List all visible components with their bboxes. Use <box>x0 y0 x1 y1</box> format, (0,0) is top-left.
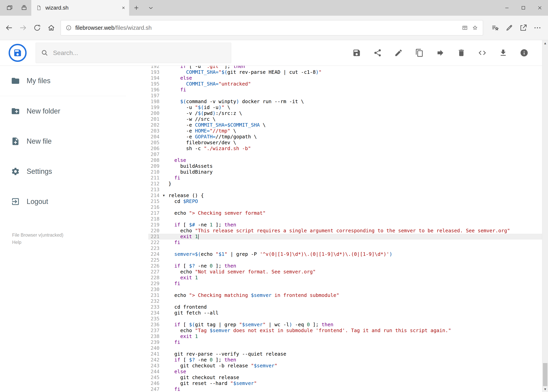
code-line[interactable]: 236 if [ $(git tag | grep "$semver" | wc… <box>148 322 542 328</box>
code-line[interactable]: 246 git reset --hard "$semver" <box>148 380 542 386</box>
code-line[interactable]: 217 echo "> Checking semver format" <box>148 210 542 216</box>
code-line[interactable]: 226 if [ $? -ne 0 ]; then <box>148 263 542 269</box>
code-line[interactable]: 205 filebrowser/dev \ <box>148 140 542 146</box>
code-line[interactable]: 228 exit 1 <box>148 275 542 281</box>
code-line[interactable]: 213 <box>148 187 542 193</box>
code-line[interactable]: 198 $(command -v winpty) docker run --rm… <box>148 99 542 105</box>
code-line[interactable]: 223 <box>148 245 542 251</box>
code-line[interactable]: 199 -u "$(id -u)" \ <box>148 105 542 110</box>
code-line[interactable]: 233 cd frontend <box>148 304 542 310</box>
code-line[interactable]: 197 <box>148 93 542 99</box>
sidebar-item-new-folder[interactable]: New folder <box>0 96 126 126</box>
site-info-icon[interactable] <box>64 25 74 31</box>
code-line[interactable]: 242 if [ $? -ne 0 ]; then <box>148 357 542 363</box>
code-line[interactable]: 245 git checkout release <box>148 375 542 380</box>
code-line[interactable]: 230 <box>148 287 542 292</box>
code-line[interactable]: 241 git rev-parse --verify --quiet relea… <box>148 351 542 357</box>
code-line[interactable]: 214▾release () { <box>148 193 542 198</box>
web-note-button[interactable] <box>502 16 516 40</box>
reading-view-icon[interactable] <box>460 25 470 31</box>
code-line[interactable]: 216 <box>148 204 542 210</box>
code-line[interactable]: 195 COMMIT_SHA="untracked" <box>148 81 542 87</box>
set-tabs-aside-button[interactable] <box>2 0 17 16</box>
code-line[interactable]: 224 semver=$(echo "$1" | grep -P '^v(0|[… <box>148 251 542 257</box>
scroll-up-arrow[interactable]: ▲ <box>542 40 548 46</box>
code-line[interactable]: 222 fi <box>148 239 542 245</box>
refresh-button[interactable] <box>30 16 44 40</box>
share-button[interactable] <box>516 16 530 40</box>
code-line[interactable]: 206 sh -c "./wizard.sh -b" <box>148 146 542 152</box>
add-favorite-star-icon[interactable] <box>470 25 480 31</box>
search-box[interactable] <box>36 43 231 63</box>
fold-marker-icon[interactable]: ▾ <box>163 192 165 198</box>
code-line[interactable]: 218 <box>148 216 542 222</box>
tab-preview-chevron-button[interactable] <box>144 0 158 16</box>
code-line[interactable]: 231 echo "> Checking matching $semver in… <box>148 292 542 298</box>
info-button[interactable] <box>520 49 528 57</box>
filebrowser-logo[interactable] <box>9 44 27 62</box>
code-line[interactable]: 215 cd $REPO <box>148 198 542 204</box>
code-line[interactable]: 238 exit 1 <box>148 334 542 339</box>
code-line[interactable]: 219 if [ $# -ne 1 ]; then <box>148 222 542 228</box>
code-editor[interactable]: 192 if [ -d ".git" ]; then193 COMMIT_SHA… <box>148 66 542 392</box>
code-line[interactable]: 194 else <box>148 75 542 81</box>
code-line[interactable]: 240 <box>148 345 542 351</box>
sidebar-item-new-file[interactable]: New file <box>0 126 126 156</box>
code-line[interactable]: 201 -w //src \ <box>148 116 542 122</box>
search-input[interactable] <box>53 49 226 57</box>
sidebar-item-logout[interactable]: Logout <box>0 187 126 217</box>
code-line[interactable]: 239 fi <box>148 339 542 345</box>
share-file-button[interactable] <box>373 49 382 57</box>
code-line[interactable]: 247 fi <box>148 386 542 392</box>
code-line[interactable]: 227 echo "Not valid semver format. See s… <box>148 269 542 275</box>
code-line[interactable]: 192 if [ -d ".git" ]; then <box>148 66 542 69</box>
sidebar-item-settings[interactable]: Settings <box>0 156 126 187</box>
code-line[interactable]: 210 buildBinary <box>148 169 542 175</box>
sidebar-item-my-files[interactable]: My files <box>0 66 126 96</box>
move-button[interactable] <box>436 49 445 57</box>
code-line[interactable]: 203 -e HOME="//tmp" \ <box>148 128 542 134</box>
browser-tab[interactable]: wizard.sh <box>31 0 129 16</box>
address-bar[interactable]: filebrowser.web/files/wizard.sh <box>61 20 483 35</box>
code-line[interactable]: 202 -e COMMIT_SHA=$COMMIT_SHA \ <box>148 122 542 128</box>
back-button[interactable] <box>2 16 16 40</box>
code-line[interactable]: 229 fi <box>148 281 542 287</box>
copy-button[interactable] <box>415 49 424 57</box>
code-line[interactable]: 209 buildAssets <box>148 163 542 169</box>
code-line[interactable]: 196 fi <box>148 87 542 93</box>
help-link[interactable]: Help <box>12 239 126 246</box>
forward-button[interactable] <box>16 16 30 40</box>
close-button[interactable] <box>532 0 548 16</box>
tab-close-icon[interactable] <box>121 5 126 10</box>
tabs-preview-button[interactable] <box>17 0 31 16</box>
more-menu-button[interactable] <box>530 16 544 40</box>
scroll-down-arrow[interactable]: ▼ <box>542 386 548 392</box>
raw-code-button[interactable] <box>478 49 486 57</box>
code-line[interactable]: 243 git checkout -b release "$semver" <box>148 363 542 369</box>
code-line[interactable]: 212} <box>148 181 542 187</box>
code-line[interactable]: 204 -e GOPATH=//tmp/gopath \ <box>148 134 542 140</box>
save-button[interactable] <box>352 49 361 57</box>
code-line[interactable]: 235 <box>148 316 542 322</box>
code-line[interactable]: 208 else <box>148 157 542 163</box>
code-line[interactable]: 244 else <box>148 369 542 375</box>
download-button[interactable] <box>499 49 507 57</box>
code-line[interactable]: 220 echo "This release script requires a… <box>148 228 542 234</box>
code-line[interactable]: 193 COMMIT_SHA="$(git rev-parse HEAD | c… <box>148 69 542 75</box>
new-tab-button[interactable] <box>129 0 144 16</box>
code-line[interactable]: 234 git fetch --all <box>148 310 542 316</box>
hub-favorites-button[interactable] <box>488 16 502 40</box>
code-line[interactable]: 207 <box>148 152 542 157</box>
scrollbar-thumb[interactable] <box>543 363 548 386</box>
code-line[interactable]: 225 <box>148 257 542 263</box>
code-line[interactable]: 221 exit 1 <box>148 234 542 239</box>
code-line[interactable]: 211 fi <box>148 175 542 181</box>
delete-button[interactable] <box>457 49 466 57</box>
code-line[interactable]: 237 echo "Tag $semver does not exist in … <box>148 328 542 334</box>
code-line[interactable]: 200 -v /$(pwd):/src:z \ <box>148 110 542 116</box>
page-scrollbar[interactable]: ▲ ▼ <box>542 40 548 392</box>
minimize-button[interactable] <box>499 0 515 16</box>
code-line[interactable]: 232 <box>148 298 542 304</box>
maximize-button[interactable] <box>515 0 532 16</box>
home-button[interactable] <box>44 16 58 40</box>
